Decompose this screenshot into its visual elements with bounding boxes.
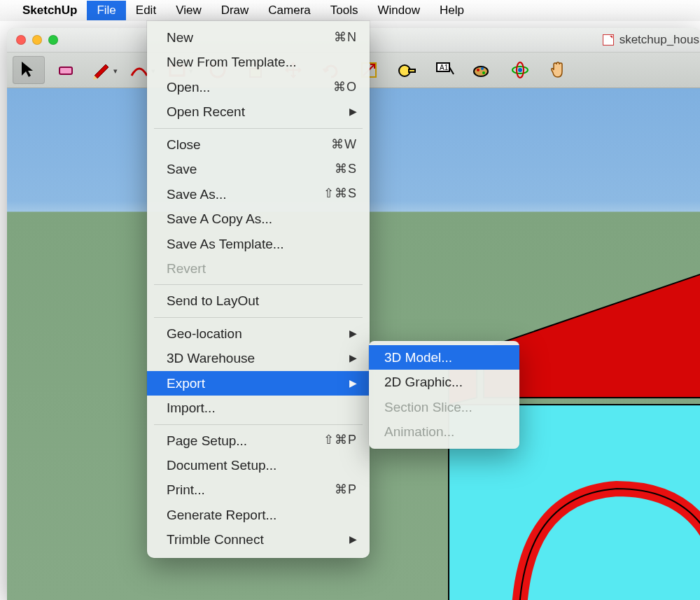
file-menu-save-as[interactable]: Save As...⇧⌘S — [147, 182, 370, 207]
svg-point-9 — [474, 67, 488, 76]
svg-text:A1: A1 — [440, 64, 449, 71]
text-tool[interactable]: A1 — [428, 56, 461, 84]
menu-item-label: Generate Report... — [167, 505, 276, 525]
menu-item-label: Document Setup... — [167, 455, 276, 475]
menu-item-label: Print... — [167, 480, 205, 500]
menu-camera[interactable]: Camera — [258, 1, 320, 20]
svg-point-10 — [477, 69, 479, 71]
menu-shortcut: ⌘S — [335, 160, 357, 179]
file-menu-revert: Revert — [147, 256, 370, 281]
menu-item-label: Revert — [167, 258, 206, 279]
export-animation: Animation... — [369, 419, 519, 444]
file-menu-generate-report[interactable]: Generate Report... — [147, 503, 370, 527]
menu-item-label: Save — [167, 159, 197, 179]
menu-separator — [154, 284, 363, 285]
eraser-tool[interactable] — [50, 56, 83, 84]
file-menu-import[interactable]: Import... — [147, 396, 370, 420]
document-icon — [603, 34, 614, 46]
svg-point-12 — [482, 71, 485, 74]
menu-item-label: New — [167, 27, 193, 48]
tape-tool[interactable] — [391, 56, 423, 84]
file-menu-save-as-template[interactable]: Save As Template... — [147, 232, 370, 256]
file-menu-send-to-layout[interactable]: Send to LayOut — [147, 288, 370, 313]
window-controls — [16, 35, 58, 45]
orbit-tool[interactable] — [504, 56, 536, 84]
export-section-slice: Section Slice... — [369, 395, 519, 419]
file-menu-save-a-copy-as[interactable]: Save A Copy As... — [147, 207, 370, 231]
menu-item-label: 3D Model... — [384, 347, 452, 368]
menu-shortcut: ⇧⌘P — [323, 431, 357, 450]
document-title-text: sketchup_hous — [620, 33, 699, 47]
menu-item-label: Page Setup... — [167, 431, 247, 451]
file-menu-close[interactable]: Close⌘W — [147, 132, 370, 157]
file-menu-new-from-template[interactable]: New From Template... — [147, 50, 370, 74]
menu-item-label: Save As Template... — [167, 234, 284, 254]
svg-point-11 — [481, 67, 484, 70]
file-menu-geo-location[interactable]: Geo-location▶ — [147, 321, 370, 346]
menu-item-label: Send to LayOut — [167, 291, 259, 311]
export-submenu: 3D Model...2D Graphic...Section Slice...… — [369, 341, 519, 449]
file-menu-print[interactable]: Print...⌘P — [147, 477, 370, 502]
menu-item-label: Import... — [167, 398, 216, 418]
file-menu-open-recent[interactable]: Open Recent▶ — [147, 99, 370, 124]
file-menu-new[interactable]: New⌘N — [147, 25, 370, 50]
menu-item-label: Section Slice... — [384, 397, 472, 417]
menu-item-label: Save A Copy As... — [167, 209, 272, 229]
svg-rect-0 — [59, 67, 72, 74]
svg-point-15 — [518, 68, 522, 72]
paint-tool[interactable] — [466, 56, 498, 84]
app-name[interactable]: SketchUp — [22, 4, 77, 18]
menu-separator — [154, 424, 363, 425]
file-menu-document-setup[interactable]: Document Setup... — [147, 453, 370, 477]
menu-shortcut: ⌘P — [335, 480, 357, 500]
menu-window[interactable]: Window — [368, 1, 430, 20]
submenu-arrow-icon: ▶ — [349, 326, 357, 342]
menu-shortcut: ⌘W — [331, 135, 357, 155]
file-menu-3d-warehouse[interactable]: 3D Warehouse▶ — [147, 346, 370, 370]
menu-draw[interactable]: Draw — [211, 1, 259, 20]
submenu-arrow-icon: ▶ — [349, 376, 357, 391]
file-menu-export[interactable]: Export▶ — [147, 371, 370, 396]
menu-edit[interactable]: Edit — [126, 1, 166, 20]
menu-item-label: 2D Graphic... — [384, 372, 463, 392]
file-menu-dropdown: New⌘NNew From Template...Open...⌘OOpen R… — [147, 21, 370, 558]
menu-separator — [154, 128, 363, 129]
export-3d-model[interactable]: 3D Model... — [369, 345, 519, 370]
menu-item-label: New From Template... — [167, 52, 296, 72]
close-window-button[interactable] — [16, 35, 26, 45]
file-menu-trimble-connect[interactable]: Trimble Connect▶ — [147, 527, 370, 552]
menu-item-label: Trimble Connect — [167, 529, 264, 550]
menu-help[interactable]: Help — [430, 1, 474, 20]
document-title: sketchup_hous — [603, 33, 700, 47]
submenu-arrow-icon: ▶ — [349, 104, 357, 120]
menu-separator — [154, 317, 363, 318]
menu-item-label: Open... — [167, 77, 210, 97]
submenu-arrow-icon: ▶ — [349, 532, 357, 547]
menu-item-label: Animation... — [384, 421, 454, 442]
export-2d-graphic[interactable]: 2D Graphic... — [369, 370, 519, 394]
menu-file[interactable]: File — [87, 1, 125, 20]
svg-rect-6 — [409, 69, 415, 72]
menu-item-label: Export — [167, 373, 205, 393]
macos-menubar: SketchUp FileEditViewDrawCameraToolsWind… — [0, 0, 700, 21]
menu-item-label: Save As... — [167, 184, 227, 204]
file-menu-save[interactable]: Save⌘S — [147, 157, 370, 181]
menu-shortcut: ⌘O — [333, 78, 357, 97]
submenu-arrow-icon: ▶ — [349, 351, 357, 366]
menu-item-label: Open Recent — [167, 102, 245, 122]
menu-item-label: Close — [167, 134, 201, 155]
menu-item-label: 3D Warehouse — [167, 348, 255, 368]
menu-shortcut: ⇧⌘S — [323, 184, 357, 204]
pencil-tool[interactable] — [88, 56, 120, 84]
menu-tools[interactable]: Tools — [321, 1, 368, 20]
pan-tool[interactable] — [542, 56, 574, 84]
menu-shortcut: ⌘N — [334, 28, 357, 48]
zoom-window-button[interactable] — [48, 35, 58, 45]
dropdown-caret-icon — [111, 64, 118, 76]
file-menu-open[interactable]: Open...⌘O — [147, 75, 370, 99]
menu-view[interactable]: View — [166, 1, 211, 20]
select-tool[interactable] — [13, 56, 45, 84]
minimize-window-button[interactable] — [32, 35, 42, 45]
file-menu-page-setup[interactable]: Page Setup...⇧⌘P — [147, 428, 370, 453]
menu-item-label: Geo-location — [167, 323, 242, 344]
